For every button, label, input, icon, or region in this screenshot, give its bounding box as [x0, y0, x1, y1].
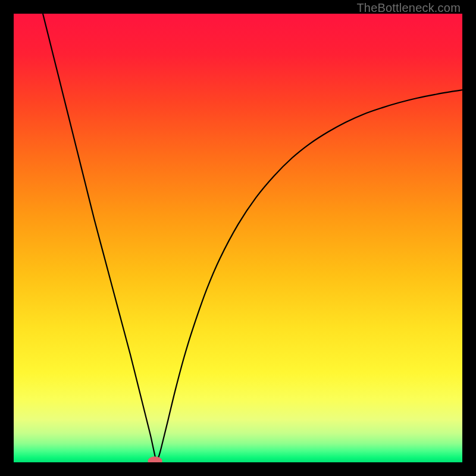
watermark-text: TheBottleneck.com [356, 1, 461, 15]
chart-frame [14, 14, 462, 462]
chart-plot [14, 14, 462, 462]
gradient-background [14, 14, 462, 462]
